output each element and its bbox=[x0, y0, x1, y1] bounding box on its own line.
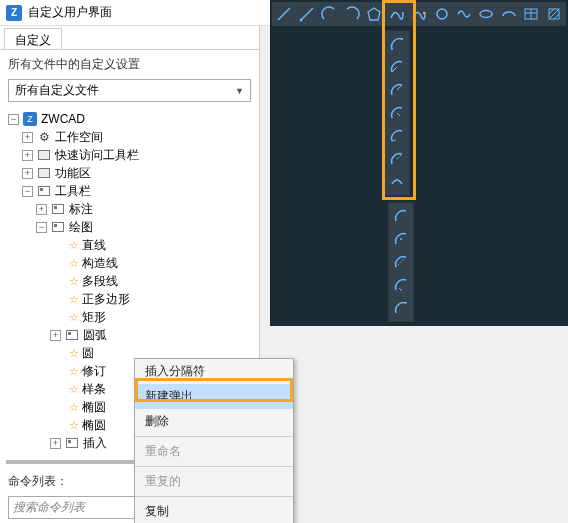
tree-label: 圆弧 bbox=[83, 327, 107, 344]
expand-icon[interactable]: + bbox=[36, 204, 47, 215]
tree-leaf-xline[interactable]: ☆ 构造线 bbox=[4, 254, 255, 272]
svg-point-14 bbox=[391, 48, 393, 50]
tree-node-root[interactable]: − Z ZWCAD bbox=[4, 110, 255, 128]
spline1-icon[interactable] bbox=[386, 3, 406, 25]
ctx-insert-separator[interactable]: 插入分隔符 bbox=[135, 359, 293, 384]
svg-line-12 bbox=[549, 9, 559, 19]
arc-sce-icon[interactable] bbox=[385, 56, 409, 78]
tabbar: 自定义 bbox=[0, 26, 259, 50]
svg-line-0 bbox=[278, 8, 290, 20]
star-icon: ☆ bbox=[69, 347, 79, 360]
toolbar-icon bbox=[51, 220, 65, 234]
star-icon: ☆ bbox=[69, 293, 79, 306]
ctx-new-flyout[interactable]: 新建弹出 bbox=[135, 384, 293, 409]
expand-icon[interactable]: + bbox=[50, 438, 61, 449]
ctx-delete[interactable]: 删除 bbox=[135, 409, 293, 434]
svg-point-19 bbox=[400, 238, 402, 240]
expand-icon[interactable]: + bbox=[22, 150, 33, 161]
line-icon[interactable] bbox=[274, 3, 294, 25]
tree-label: 矩形 bbox=[82, 309, 106, 326]
svg-marker-3 bbox=[368, 8, 380, 20]
tree-node-annotate[interactable]: + 标注 bbox=[4, 200, 255, 218]
toolbar-icon bbox=[37, 166, 51, 180]
arc-b4-icon[interactable] bbox=[389, 274, 413, 296]
tree-label: 直线 bbox=[82, 237, 106, 254]
ellipse-arc-icon[interactable] bbox=[499, 3, 519, 25]
ctx-rename: 重命名 bbox=[135, 439, 293, 464]
toolbar-icon bbox=[37, 184, 51, 198]
collapse-icon[interactable]: − bbox=[22, 186, 33, 197]
tree-node-toolbar[interactable]: − 工具栏 bbox=[4, 182, 255, 200]
expand-icon[interactable]: + bbox=[22, 168, 33, 179]
arc-sed-icon[interactable] bbox=[385, 125, 409, 147]
vertical-toolbar-b[interactable] bbox=[388, 202, 414, 322]
star-icon: ☆ bbox=[69, 401, 79, 414]
arc-ccw-icon[interactable] bbox=[319, 3, 339, 25]
svg-point-15 bbox=[401, 38, 403, 40]
tree-label: 快速访问工具栏 bbox=[55, 147, 139, 164]
arc-cw-icon[interactable] bbox=[341, 3, 361, 25]
arc-sea-icon[interactable] bbox=[385, 102, 409, 124]
table-icon[interactable] bbox=[521, 3, 541, 25]
vertical-toolbar-a[interactable] bbox=[384, 30, 410, 196]
tree-node-draw[interactable]: − 绘图 bbox=[4, 218, 255, 236]
tree-leaf-rect[interactable]: ☆ 矩形 bbox=[4, 308, 255, 326]
expand-icon[interactable]: + bbox=[22, 132, 33, 143]
collapse-icon[interactable]: − bbox=[36, 222, 47, 233]
arc-cse-icon[interactable] bbox=[389, 205, 413, 227]
star-icon: ☆ bbox=[69, 275, 79, 288]
ray-icon[interactable] bbox=[296, 3, 316, 25]
toolbar-icon bbox=[37, 148, 51, 162]
tree-node-workspace[interactable]: + ⚙ 工作空间 bbox=[4, 128, 255, 146]
arc-csl-icon[interactable] bbox=[389, 251, 413, 273]
toolbar-icon bbox=[65, 328, 79, 342]
preview-canvas bbox=[270, 0, 568, 326]
star-icon: ☆ bbox=[69, 257, 79, 270]
ctx-copy[interactable]: 复制 bbox=[135, 499, 293, 523]
tab-customize[interactable]: 自定义 bbox=[4, 28, 62, 49]
tree-label: 工作空间 bbox=[55, 129, 103, 146]
chevron-down-icon: ▼ bbox=[235, 86, 244, 96]
tree-label: 正多边形 bbox=[82, 291, 130, 308]
polygon-icon[interactable] bbox=[364, 3, 384, 25]
arc-ser-icon[interactable] bbox=[385, 148, 409, 170]
toolbar-icon bbox=[51, 202, 65, 216]
ellipse-icon[interactable] bbox=[476, 3, 496, 25]
hatch-icon[interactable] bbox=[544, 3, 564, 25]
ctx-separator bbox=[135, 466, 293, 467]
tree-label: 功能区 bbox=[55, 165, 91, 182]
app-icon: Z bbox=[6, 5, 22, 21]
tree-leaf-line[interactable]: ☆ 直线 bbox=[4, 236, 255, 254]
gear-icon: ⚙ bbox=[37, 130, 51, 144]
expand-icon[interactable]: + bbox=[50, 330, 61, 341]
wave-icon[interactable] bbox=[454, 3, 474, 25]
circle-icon[interactable] bbox=[431, 3, 451, 25]
spline2-icon[interactable] bbox=[409, 3, 429, 25]
tree-leaf-polygon[interactable]: ☆ 正多边形 bbox=[4, 290, 255, 308]
svg-point-2 bbox=[299, 19, 302, 22]
tree-label: ZWCAD bbox=[41, 112, 85, 126]
toolbar-icon bbox=[65, 436, 79, 450]
tree-leaf-pline[interactable]: ☆ 多段线 bbox=[4, 272, 255, 290]
tree-label: 椭圆 bbox=[82, 399, 106, 416]
tree-label: 工具栏 bbox=[55, 183, 91, 200]
collapse-icon[interactable]: − bbox=[8, 114, 19, 125]
section-label: 所有文件中的自定义设置 bbox=[0, 50, 259, 79]
arc-3point-icon[interactable] bbox=[385, 33, 409, 55]
svg-line-1 bbox=[301, 8, 313, 20]
preview-top-toolbar[interactable] bbox=[272, 2, 566, 26]
star-icon: ☆ bbox=[69, 383, 79, 396]
arc-sca-icon[interactable] bbox=[385, 79, 409, 101]
ctx-separator bbox=[135, 496, 293, 497]
arc-b5-icon[interactable] bbox=[389, 297, 413, 319]
tree-label: 圆 bbox=[82, 345, 94, 362]
arc-continue-icon[interactable] bbox=[385, 171, 409, 193]
cui-file-dropdown[interactable]: 所有自定义文件 ▼ bbox=[8, 79, 251, 102]
svg-line-13 bbox=[554, 14, 559, 19]
tree-node-arc[interactable]: +圆弧 bbox=[4, 326, 255, 344]
arc-csa-icon[interactable] bbox=[389, 228, 413, 250]
ctx-separator bbox=[135, 436, 293, 437]
tree-node-quickaccess[interactable]: + 快速访问工具栏 bbox=[4, 146, 255, 164]
svg-point-4 bbox=[423, 12, 425, 14]
tree-node-ribbon[interactable]: + 功能区 bbox=[4, 164, 255, 182]
